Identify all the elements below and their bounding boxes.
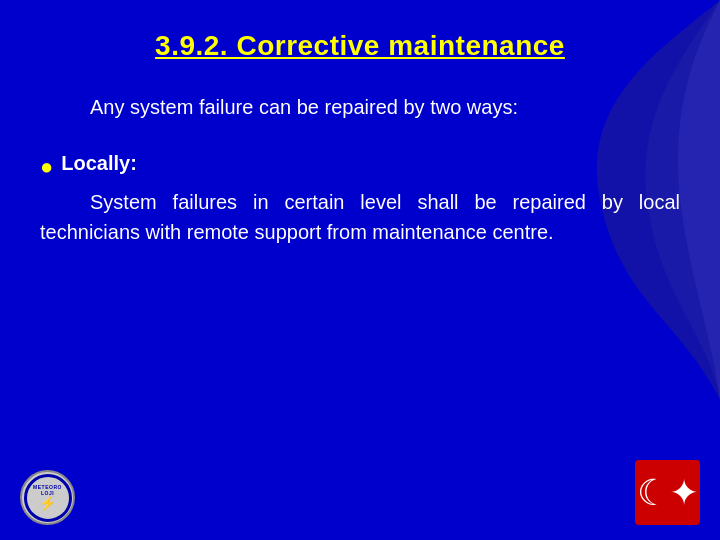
- bullet-icon: ●: [40, 152, 53, 183]
- slide-title: 3.9.2. Corrective maintenance: [40, 30, 680, 62]
- bullet-locally-body: System failures in certain level shall b…: [40, 187, 680, 247]
- bullet-label-locally: ● Locally:: [40, 152, 680, 183]
- organization-logo: METEOROLOJI ⚡: [20, 470, 75, 525]
- lightning-icon: ⚡: [39, 496, 56, 510]
- logo-circle: METEOROLOJI ⚡: [20, 470, 75, 525]
- intro-paragraph: Any system failure can be repaired by tw…: [40, 92, 680, 122]
- bullet-locally-label: Locally:: [61, 152, 137, 175]
- bullet-locally: ● Locally: System failures in certain le…: [40, 152, 680, 247]
- logo-inner: METEOROLOJI ⚡: [24, 474, 72, 522]
- slide: 3.9.2. Corrective maintenance Any system…: [0, 0, 720, 540]
- turkish-flag-emblem: ☾✦: [635, 460, 700, 525]
- crescent-star-icon: ☾✦: [637, 475, 699, 511]
- slide-content: 3.9.2. Corrective maintenance Any system…: [0, 0, 720, 277]
